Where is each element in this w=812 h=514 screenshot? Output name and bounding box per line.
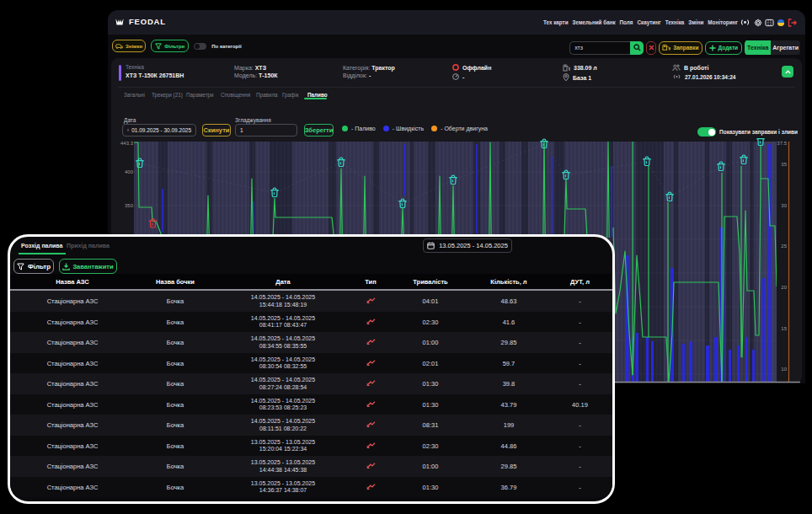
svg-text:443.3: 443.3 <box>120 141 134 146</box>
svg-text:15: 15 <box>781 326 787 331</box>
svg-text:37.5: 37.5 <box>777 141 787 146</box>
svg-text:20: 20 <box>781 285 787 290</box>
svg-text:350: 350 <box>125 203 134 208</box>
svg-text:400: 400 <box>125 169 134 174</box>
svg-text:25: 25 <box>781 244 787 249</box>
svg-text:10: 10 <box>781 367 787 372</box>
svg-text:35: 35 <box>781 162 787 167</box>
svg-text:30: 30 <box>781 203 787 208</box>
